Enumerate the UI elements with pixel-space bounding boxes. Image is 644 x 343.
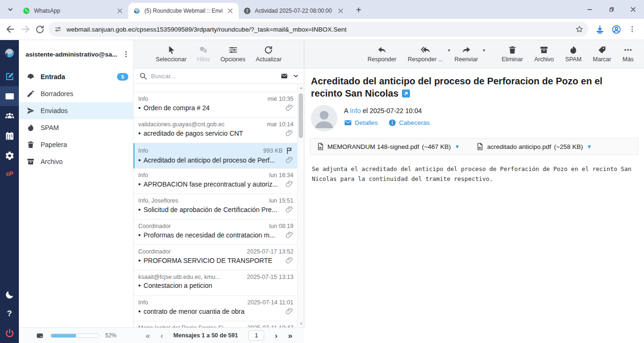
attachment-chip[interactable]: MEMORANDUM 148-signed.pdf(~467 KB)▼ (316, 142, 460, 151)
sidebar-item-borradores[interactable]: Borradores (19, 85, 133, 102)
cpanel-logo[interactable]: cP (6, 165, 13, 182)
sidebar-item-enviados[interactable]: Enviados (19, 102, 133, 119)
reader-more-button[interactable]: Más (619, 43, 636, 65)
page-number-input[interactable]: 1 (248, 330, 264, 341)
browser-tab-strip: WhatsApp(5) Roundcube Webmail :: EnviaAc… (0, 0, 644, 19)
reader-archive-button[interactable]: Archivo (531, 43, 557, 65)
list-refresh-button[interactable]: Actualizar (253, 43, 284, 65)
quota-meter: 52% (19, 331, 134, 341)
profile-icon[interactable] (611, 24, 621, 34)
back-icon[interactable] (5, 24, 16, 35)
contacts-nav-button[interactable] (0, 106, 19, 126)
tab-close-icon[interactable] (226, 7, 234, 15)
reader-forward-button[interactable]: Reenviar▾ (452, 43, 481, 65)
forward-icon[interactable] (20, 24, 31, 35)
address-bar[interactable]: webmail.sanjuan.gob.ec/cpsess1535909589/… (49, 22, 588, 37)
sidebar-item-papelera[interactable]: Papelera (19, 136, 133, 153)
tab-search-button[interactable] (4, 3, 17, 16)
list-cursor-button[interactable]: Seleccionar (153, 43, 189, 65)
search-input[interactable] (151, 73, 276, 80)
message-row[interactable]: Coordinadorlun 08:19•Proformas de necesi… (134, 220, 297, 245)
browser-tab-3[interactable]: Actividad 2025-07-22 08:00:00 (239, 3, 349, 19)
sidebar-item-spam[interactable]: SPAM (19, 119, 133, 136)
mail-nav-button[interactable] (0, 86, 19, 106)
attachment-chip[interactable]: acreditado anticipo.pdf(~258 KB)▼ (476, 142, 592, 151)
browser-tab-1[interactable]: WhatsApp (18, 3, 128, 19)
attachment-menu-caret-icon[interactable]: ▼ (586, 144, 592, 149)
archive-icon (539, 45, 549, 55)
attachment-menu-caret-icon[interactable]: ▼ (455, 144, 460, 149)
message-row[interactable]: Coordinador2025-07-17 13:52•PROFORMA SER… (134, 245, 297, 270)
search-options-chevron-icon[interactable] (293, 73, 299, 79)
message-date: 993 KB (263, 147, 283, 154)
list-toolbar: SeleccionarHilosOpcionesActualizar (134, 40, 304, 68)
minimize-button[interactable] (579, 0, 601, 19)
list-options-button[interactable]: Opciones (217, 43, 248, 65)
message-row[interactable]: Info, Josefloreslun 15:51•Solicitud de a… (134, 194, 297, 220)
reader-trash-button[interactable]: Eliminar (499, 43, 526, 65)
reader-reply-button[interactable]: Responder (365, 43, 399, 65)
scroll-down-icon[interactable]: ▼ (299, 322, 303, 326)
message-row[interactable]: •Información financiera solicitada por B… (134, 84, 297, 92)
message-row[interactable]: validaciones.guayas@cnt.gob.ecmar 10:14•… (134, 118, 297, 143)
list-threads-button[interactable]: Hilos (194, 43, 213, 65)
reply-icon (377, 45, 387, 55)
compose-button[interactable] (0, 66, 19, 86)
close-button[interactable] (622, 0, 644, 19)
message-row[interactable]: Infolun 16:34•APROBACION fase precontrac… (134, 169, 297, 194)
search-scope-mail-icon[interactable] (280, 73, 289, 80)
dropdown-caret-icon[interactable]: ▾ (483, 48, 485, 53)
sidebar-item-archivo[interactable]: Archivo (19, 153, 133, 170)
scroll-up-icon[interactable]: ▲ (299, 86, 303, 90)
restore-button[interactable] (601, 0, 622, 19)
downloads-icon[interactable] (595, 24, 605, 34)
open-in-new-window-icon[interactable] (402, 90, 410, 98)
next-page-button[interactable]: › (275, 332, 277, 340)
folder-label: Papelera (41, 141, 128, 148)
refresh-icon[interactable] (35, 24, 45, 34)
message-row[interactable]: Info2025-07-14 11:01•contrato de menor c… (134, 296, 297, 321)
flag-icon[interactable] (285, 147, 293, 155)
scrollbar-thumb[interactable] (299, 93, 303, 138)
message-row[interactable]: Info993 KB•Acreditado del anticipo del p… (134, 143, 297, 169)
sidebar-item-entrada[interactable]: Entrada5 (19, 68, 133, 85)
reader-junk-button[interactable]: SPAM (562, 43, 585, 65)
settings-nav-button[interactable] (0, 146, 19, 165)
new-tab-button[interactable]: + (352, 3, 365, 16)
message-row[interactable]: Infomié 10:35•Orden de compra # 24 (134, 92, 297, 118)
last-page-button[interactable]: » (288, 332, 292, 340)
recipient-name[interactable]: Info (350, 107, 360, 114)
message-date: 2025-07-15 13:13 (247, 274, 293, 280)
message-date: 2025-07-17 13:52 (247, 248, 293, 255)
browser-tab-2[interactable]: (5) Roundcube Webmail :: Envia (128, 3, 239, 19)
first-page-button[interactable]: « (145, 332, 150, 340)
message-row[interactable]: ksaait@fcjse.utb.edu.ec, kmu...2025-07-1… (134, 270, 297, 296)
button-label: Eliminar (502, 56, 523, 63)
headers-toggle[interactable]: Cabeceras (388, 119, 430, 127)
gear-icon (5, 151, 15, 161)
help-button[interactable]: ? (7, 304, 12, 323)
site-settings-icon[interactable] (54, 25, 62, 33)
logout-button[interactable] (0, 323, 19, 343)
junk-icon (26, 123, 35, 132)
attachment-name[interactable]: MEMORANDUM 148-signed.pdf (327, 143, 419, 150)
browser-menu-icon[interactable] (628, 25, 636, 33)
tab-close-icon[interactable] (116, 7, 124, 15)
tab-close-icon[interactable] (337, 7, 344, 15)
dropdown-caret-icon[interactable]: ▾ (448, 48, 450, 53)
account-menu-icon[interactable] (122, 50, 130, 58)
details-toggle[interactable]: Detalles (344, 119, 378, 127)
prev-page-button[interactable]: ‹ (160, 332, 163, 340)
message-row[interactable]: Maria Isabel del Rocio Santos Si...2025-… (134, 321, 297, 327)
list-scrollbar[interactable]: ▲ ▼ (297, 84, 304, 327)
attachment-name[interactable]: acreditado anticipo.pdf (487, 143, 551, 150)
reader-reply-all-button[interactable]: Responder ...▾ (405, 43, 446, 65)
roundcube-logo (0, 40, 19, 66)
bookmark-star-icon[interactable] (575, 25, 584, 33)
calendar-nav-button[interactable] (0, 126, 19, 146)
button-label: Reenviar (454, 56, 478, 63)
url-text[interactable]: webmail.sanjuan.gob.ec/cpsess1535909589/… (67, 26, 570, 33)
reader-tag-button[interactable]: Marcar (590, 43, 614, 65)
more-icon (623, 45, 633, 55)
dark-mode-button[interactable] (0, 285, 19, 304)
